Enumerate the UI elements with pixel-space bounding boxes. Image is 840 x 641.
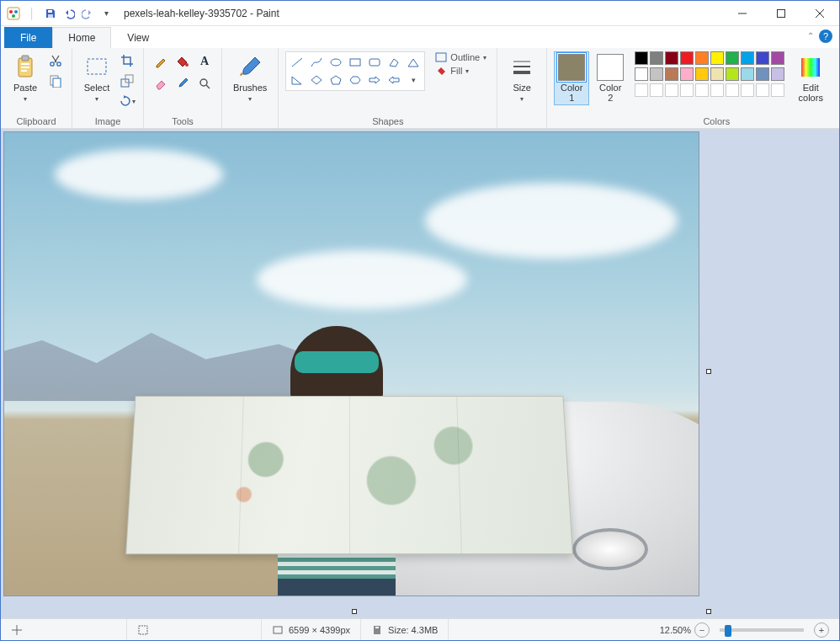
palette-swatch[interactable] xyxy=(726,51,739,65)
palette-swatch[interactable] xyxy=(695,83,709,97)
close-button[interactable] xyxy=(800,1,839,26)
undo-icon[interactable] xyxy=(61,6,77,21)
status-file-size: Size: 4.3MB xyxy=(361,619,449,640)
text-tool[interactable]: A xyxy=(194,51,215,72)
cut-button[interactable] xyxy=(46,51,65,70)
help-icon[interactable]: ? xyxy=(819,29,832,43)
collapse-ribbon-icon[interactable]: ⌃ xyxy=(807,31,814,40)
resize-handle-corner[interactable] xyxy=(706,609,711,614)
svg-rect-12 xyxy=(21,63,29,65)
shape-fill-button[interactable]: Fill▾ xyxy=(432,65,490,77)
palette-swatch[interactable] xyxy=(665,83,678,97)
redo-icon[interactable] xyxy=(80,6,95,21)
tab-file[interactable]: File xyxy=(4,27,52,48)
palette-swatch[interactable] xyxy=(741,83,754,97)
shape-arrow-left[interactable] xyxy=(385,72,403,88)
zoom-in-button[interactable]: + xyxy=(814,622,829,638)
canvas[interactable] xyxy=(4,132,699,596)
palette-swatch[interactable] xyxy=(756,67,769,81)
shape-line[interactable] xyxy=(288,54,306,71)
shape-diamond[interactable] xyxy=(307,72,326,88)
palette-swatch[interactable] xyxy=(680,67,694,81)
magnifier-tool[interactable] xyxy=(194,73,215,93)
color2-button[interactable]: Color 2 xyxy=(593,51,628,105)
palette-swatch[interactable] xyxy=(771,83,784,97)
palette-swatch[interactable] xyxy=(650,83,663,97)
color-palette-row2 xyxy=(635,67,784,81)
palette-swatch[interactable] xyxy=(741,51,754,65)
maximize-button[interactable] xyxy=(762,1,800,26)
shape-more[interactable]: ▾ xyxy=(404,72,423,88)
edit-colors-button[interactable]: Edit colors xyxy=(793,51,828,105)
color2-swatch xyxy=(597,54,624,81)
svg-point-2 xyxy=(14,10,18,13)
shape-rect[interactable] xyxy=(346,54,364,71)
window-title: pexels-leah-kelley-3935702 - Paint xyxy=(119,8,723,19)
paste-button[interactable]: Paste▾ xyxy=(8,51,43,106)
tab-home[interactable]: Home xyxy=(52,27,111,48)
group-image-label: Image xyxy=(79,115,136,126)
rotate-button[interactable]: ▾ xyxy=(118,92,136,110)
shape-curve[interactable] xyxy=(307,54,326,71)
resize-button[interactable] xyxy=(118,72,136,90)
minimize-button[interactable] xyxy=(723,1,762,26)
palette-swatch[interactable] xyxy=(680,51,694,65)
color1-button[interactable]: Color 1 xyxy=(554,51,589,105)
resize-handle-bottom[interactable] xyxy=(352,609,357,614)
shape-polygon[interactable] xyxy=(385,54,403,71)
size-button[interactable]: Size▾ xyxy=(504,51,540,106)
qat-customize-icon[interactable]: ▾ xyxy=(98,6,114,21)
resize-handle-right[interactable] xyxy=(706,369,711,374)
paint3d-button[interactable]: Edit with Paint 3D xyxy=(835,51,840,105)
palette-swatch[interactable] xyxy=(726,83,739,97)
pencil-tool[interactable] xyxy=(151,51,171,72)
qat-separator: │ xyxy=(24,6,40,21)
palette-swatch[interactable] xyxy=(635,51,648,65)
brushes-label: Brushes xyxy=(233,83,267,93)
svg-point-16 xyxy=(57,62,61,66)
canvas-scroll-area[interactable] xyxy=(1,129,839,618)
eraser-tool[interactable] xyxy=(151,73,171,93)
svg-point-15 xyxy=(51,62,54,66)
brushes-button[interactable]: Brushes▾ xyxy=(229,51,271,106)
palette-swatch[interactable] xyxy=(710,51,724,65)
palette-swatch[interactable] xyxy=(635,67,648,81)
zoom-out-button[interactable]: − xyxy=(694,622,710,638)
palette-swatch[interactable] xyxy=(665,67,678,81)
palette-swatch[interactable] xyxy=(650,51,663,65)
svg-point-23 xyxy=(200,79,207,86)
shape-pentagon[interactable] xyxy=(327,72,345,88)
palette-swatch[interactable] xyxy=(665,51,678,65)
shape-right-triangle[interactable] xyxy=(288,72,306,88)
shapes-gallery[interactable]: ▾ xyxy=(285,51,425,91)
save-icon[interactable] xyxy=(43,6,58,21)
color-picker-tool[interactable] xyxy=(173,73,193,93)
palette-swatch[interactable] xyxy=(726,67,739,81)
crop-button[interactable] xyxy=(118,51,136,70)
copy-button[interactable] xyxy=(46,72,65,90)
shape-roundrect[interactable] xyxy=(365,54,384,71)
tab-view[interactable]: View xyxy=(111,27,165,48)
palette-swatch[interactable] xyxy=(771,67,784,81)
shape-hexagon[interactable] xyxy=(346,72,364,88)
palette-swatch[interactable] xyxy=(710,83,724,97)
palette-swatch[interactable] xyxy=(650,67,663,81)
palette-swatch[interactable] xyxy=(771,51,784,65)
palette-swatch[interactable] xyxy=(680,83,694,97)
shape-oval[interactable] xyxy=(327,54,345,71)
shape-triangle[interactable] xyxy=(404,54,423,71)
palette-swatch[interactable] xyxy=(756,51,769,65)
palette-swatch[interactable] xyxy=(710,67,724,81)
palette-swatch[interactable] xyxy=(741,67,754,81)
select-button[interactable]: Select▾ xyxy=(79,51,114,106)
palette-swatch[interactable] xyxy=(695,51,709,65)
svg-rect-13 xyxy=(21,67,29,68)
zoom-slider[interactable] xyxy=(720,628,804,632)
shape-arrow-right[interactable] xyxy=(365,72,384,88)
shape-outline-button[interactable]: Outline▾ xyxy=(432,51,490,63)
palette-swatch[interactable] xyxy=(695,67,709,81)
palette-swatch[interactable] xyxy=(635,83,648,97)
palette-swatch[interactable] xyxy=(756,83,769,97)
svg-rect-18 xyxy=(53,78,61,88)
fill-tool[interactable] xyxy=(173,51,193,72)
